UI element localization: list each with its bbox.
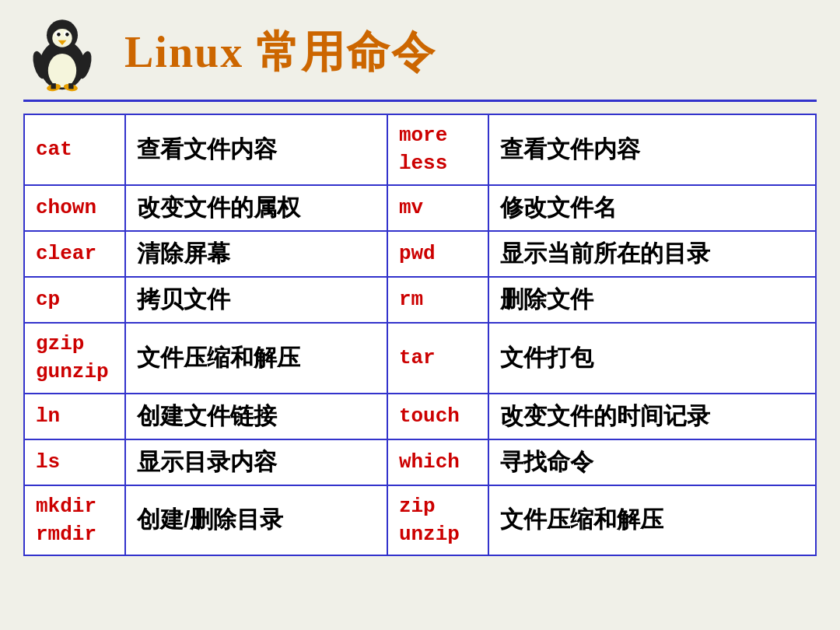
table-row: cat查看文件内容more less查看文件内容 xyxy=(24,114,816,185)
cmd1-cell: chown xyxy=(24,185,125,231)
svg-point-6 xyxy=(57,33,61,37)
cmd2-cell: touch xyxy=(387,394,488,439)
svg-rect-13 xyxy=(51,83,55,89)
cmd2-cell: mv xyxy=(387,185,488,231)
desc1-cell: 清除屏幕 xyxy=(125,231,387,277)
desc1-cell: 改变文件的属权 xyxy=(125,185,387,231)
desc1-cell: 显示目录内容 xyxy=(125,439,387,485)
cmd1-cell: gzip gunzip xyxy=(24,323,125,394)
desc1-cell: 创建文件链接 xyxy=(125,394,387,439)
desc1-cell: 文件压缩和解压 xyxy=(125,323,387,394)
commands-table-container: cat查看文件内容more less查看文件内容chown改变文件的属权mv修改… xyxy=(0,114,840,630)
table-row: mkdir rmdir创建/删除目录zip unzip文件压缩和解压 xyxy=(24,485,816,556)
cmd1-cell: cp xyxy=(24,277,125,323)
desc2-cell: 修改文件名 xyxy=(488,185,816,231)
desc2-cell: 文件打包 xyxy=(488,323,816,394)
cmd2-cell: tar xyxy=(387,323,488,394)
header: Linux 常用命令 xyxy=(0,0,840,100)
desc1-cell: 拷贝文件 xyxy=(125,277,387,323)
desc1-cell: 查看文件内容 xyxy=(125,114,387,185)
page-title: Linux 常用命令 xyxy=(124,23,436,82)
table-row: chown改变文件的属权mv修改文件名 xyxy=(24,185,816,231)
desc2-cell: 文件压缩和解压 xyxy=(488,485,816,556)
desc1-cell: 创建/删除目录 xyxy=(125,485,387,556)
cmd2-cell: which xyxy=(387,439,488,485)
cmd1-cell: ln xyxy=(24,394,125,439)
svg-point-1 xyxy=(48,54,76,88)
desc2-cell: 改变文件的时间记录 xyxy=(488,394,816,439)
cmd1-cell: cat xyxy=(24,114,125,185)
desc2-cell: 寻找命令 xyxy=(488,439,816,485)
cmd2-cell: zip unzip xyxy=(387,485,488,556)
svg-point-7 xyxy=(65,33,69,37)
table-row: ln创建文件链接touch改变文件的时间记录 xyxy=(24,394,816,439)
table-row: clear清除屏幕pwd显示当前所在的目录 xyxy=(24,231,816,277)
desc2-cell: 查看文件内容 xyxy=(488,114,816,185)
cmd2-cell: more less xyxy=(387,114,488,185)
desc2-cell: 显示当前所在的目录 xyxy=(488,231,816,277)
table-row: cp拷贝文件rm删除文件 xyxy=(24,277,816,323)
cmd1-cell: mkdir rmdir xyxy=(24,485,125,556)
desc2-cell: 删除文件 xyxy=(488,277,816,323)
tux-logo xyxy=(23,14,109,92)
page: Linux 常用命令 cat查看文件内容more less查看文件内容chown… xyxy=(0,0,840,630)
table-row: ls显示目录内容which寻找命令 xyxy=(24,439,816,485)
cmd2-cell: rm xyxy=(387,277,488,323)
header-divider xyxy=(23,100,817,102)
commands-table: cat查看文件内容more less查看文件内容chown改变文件的属权mv修改… xyxy=(23,114,817,556)
cmd1-cell: ls xyxy=(24,439,125,485)
table-row: gzip gunzip文件压缩和解压tar文件打包 xyxy=(24,323,816,394)
cmd2-cell: pwd xyxy=(387,231,488,277)
svg-rect-14 xyxy=(68,83,73,89)
cmd1-cell: clear xyxy=(24,231,125,277)
